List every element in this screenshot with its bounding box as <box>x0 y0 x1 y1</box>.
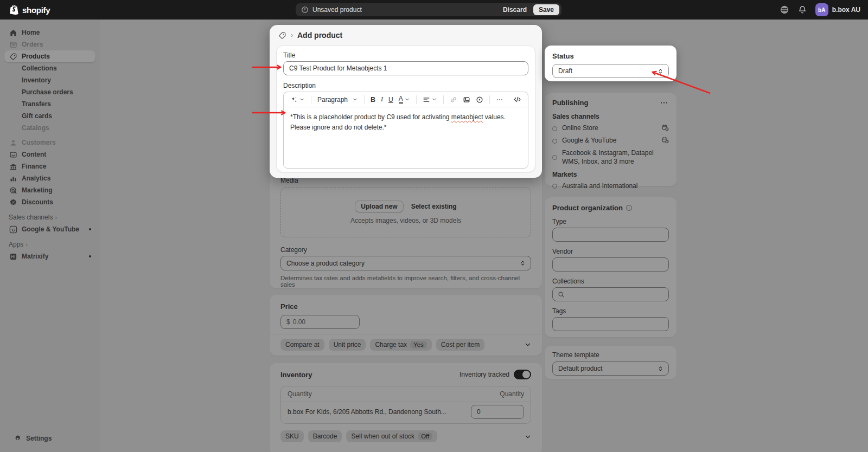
add-product-modal: › Add product Title Description Paragrap… <box>270 25 542 178</box>
save-button[interactable]: Save <box>533 4 559 15</box>
paragraph-style-dropdown[interactable]: Paragraph <box>315 94 360 105</box>
code-view-icon[interactable] <box>511 94 524 105</box>
misspelled-word: metaobject <box>451 113 483 121</box>
editor-toolbar: Paragraph B I U A <box>284 92 528 107</box>
description-label: Description <box>283 82 528 89</box>
shopify-bag-icon <box>9 4 19 16</box>
notifications-bell-icon[interactable] <box>798 5 807 14</box>
topbar: shopify Unsaved product Discard Save bA … <box>0 0 868 20</box>
more-options-icon[interactable] <box>494 94 506 105</box>
unsaved-product-bar: Unsaved product Discard Save <box>296 3 561 16</box>
description-editor: Paragraph B I U A <box>283 92 528 169</box>
underline-button[interactable]: U <box>386 94 395 105</box>
bold-button[interactable]: B <box>368 94 378 105</box>
unsaved-product-label: Unsaved product <box>312 6 362 14</box>
title-label: Title <box>283 51 528 59</box>
modal-title: Add product <box>297 31 342 40</box>
shopify-logo[interactable]: shopify <box>0 4 50 16</box>
insert-video-icon[interactable] <box>474 94 486 105</box>
product-tag-icon <box>278 31 286 40</box>
italic-button[interactable]: I <box>379 94 385 105</box>
account-avatar: bA <box>815 3 828 16</box>
updown-chevron-icon <box>657 68 664 75</box>
title-description-card: Title Description Paragraph B I <box>276 46 535 172</box>
status-header: Status <box>552 52 669 60</box>
text-color-button[interactable]: A <box>397 94 412 105</box>
discard-button[interactable]: Discard <box>499 5 531 15</box>
status-value: Draft <box>558 67 657 75</box>
breadcrumb-chevron-icon: › <box>291 31 293 39</box>
alignment-button[interactable] <box>420 94 439 105</box>
insert-image-icon[interactable] <box>461 94 473 105</box>
status-card: Status Draft <box>545 46 676 81</box>
admin-search-icon[interactable] <box>780 5 789 15</box>
insert-link-icon[interactable] <box>448 94 459 105</box>
alert-circle-icon <box>301 6 309 14</box>
status-select[interactable]: Draft <box>552 64 669 78</box>
shopify-wordmark: shopify <box>22 5 50 15</box>
product-title-input[interactable] <box>283 61 528 75</box>
description-text[interactable]: *This is a placeholder product by C9 use… <box>284 107 528 137</box>
magic-sparkle-button[interactable] <box>288 94 307 105</box>
store-name-label: b.box AU <box>832 6 860 14</box>
account-menu[interactable]: bA b.box AU <box>815 3 860 16</box>
